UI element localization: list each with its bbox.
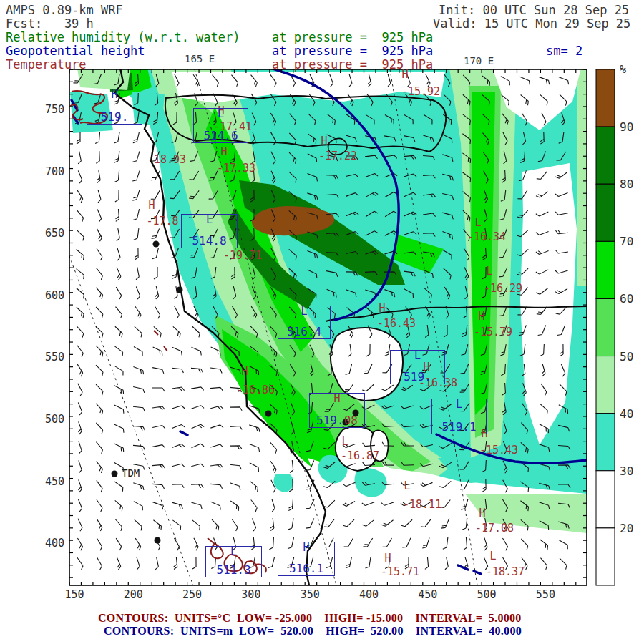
temp-extremum-letter: H (379, 303, 385, 314)
height-extremum-box: L519.1 (431, 399, 487, 434)
x-axis-tick-label: 450 (418, 588, 437, 601)
forecast-hour: Fcst: 39 h (6, 16, 94, 31)
colorbar-unit: % (620, 63, 626, 76)
colorbar-tick-label: 90 (620, 120, 633, 134)
temp-extremum-letter: H (321, 136, 327, 147)
colorbar-cell (596, 298, 615, 356)
y-axis-tick-label: 600 (45, 289, 64, 302)
height-extremum-box: L514.6 (193, 108, 248, 143)
temp-extremum-value: -17.33 (217, 163, 255, 174)
temp-extremum-value: -15.92 (401, 87, 440, 97)
height-extremum-value: 519.1 (432, 421, 486, 433)
height-extremum-letter: L (301, 306, 307, 317)
temp-extremum-letter: H (220, 147, 227, 157)
colorbar-cell (596, 69, 615, 127)
x-axis-tick-label: 200 (124, 588, 143, 601)
field-1-level: at pressure = 925 hPa (272, 30, 433, 44)
temp-extremum-letter: H (241, 366, 248, 377)
temp-extremum-letter: H (401, 69, 408, 80)
overlapping-temp-digits: 08 (344, 414, 358, 427)
x-axis-tick-label: 550 (536, 588, 555, 601)
model-title: AMPS 0.89-km WRF (6, 3, 123, 17)
height-extremum-letter: H (333, 394, 340, 404)
temp-extremum-value: -15.79 (474, 327, 512, 338)
colorbar-cell (596, 184, 615, 241)
colorbar-tick-label: 20 (620, 521, 633, 535)
y-axis-tick-label: 700 (45, 165, 64, 178)
x-axis-tick-label: 500 (477, 588, 497, 601)
y-axis-tick-label: 500 (45, 413, 64, 426)
temp-extremum-letter: L (486, 266, 492, 277)
colorbar-tick-label: 60 (620, 292, 633, 306)
smoothing-label: sm= 2 (546, 44, 582, 58)
station-dot (155, 537, 161, 544)
height-extremum-box: L511.3 (205, 546, 262, 577)
colorbar-tick-label: 40 (620, 406, 633, 420)
colorbar-cell (596, 528, 615, 585)
x-axis-tick-label: 300 (241, 588, 260, 601)
height-extremum-letter: L (414, 351, 421, 361)
station-dot (112, 471, 118, 477)
temp-extremum-letter: L (404, 481, 410, 492)
temp-extremum-value: -17.08 (475, 523, 514, 534)
height-extremum-box: H516.1 (278, 542, 335, 576)
height-extremum-letter: L (230, 547, 237, 557)
temp-extremum-letter: H (148, 200, 155, 211)
meridian-label: 170 E (464, 55, 494, 67)
temp-extremum-value: -17.22 (318, 151, 357, 162)
temp-contour-info: CONTOURS: UNITS=°C LOW= -25.000 HIGH= -1… (98, 612, 522, 625)
x-axis-tick-label: 350 (301, 588, 320, 601)
field-3-name: Temperature (6, 57, 87, 72)
y-axis-tick-label: 550 (45, 351, 64, 364)
height-extremum-value: 514.8 (182, 235, 237, 247)
station-label: TDM (122, 467, 140, 479)
y-axis-tick-label: 450 (45, 475, 64, 488)
colorbar-tick-label: 70 (620, 235, 633, 248)
colorbar-tick-label: 80 (620, 177, 633, 191)
x-axis-tick-label: 250 (182, 588, 202, 601)
temp-extremum-value: -16.29 (484, 283, 522, 294)
colorbar-tick-label: 50 (620, 349, 633, 363)
x-axis-tick-label: 400 (359, 588, 379, 601)
meridian-label: 165 E (185, 53, 215, 64)
colorbar-tick-label: 30 (620, 464, 633, 477)
height-extremum-value: 519. (391, 371, 444, 383)
temp-extremum-value: -15.71 (381, 567, 419, 577)
height-extremum-letter: L (456, 399, 462, 410)
temp-extremum-value: -16.43 (377, 318, 416, 329)
temp-extremum-value: -18.37 (486, 567, 525, 577)
temp-extremum-value: -15.43 (479, 445, 518, 456)
y-axis-tick-label: 750 (45, 103, 64, 116)
colorbar-cell (596, 241, 615, 298)
colorbar-cell (596, 471, 615, 528)
station-dot (153, 241, 160, 248)
temp-extremum-value: -18.11 (403, 499, 441, 510)
temp-extremum-value: -16.34 (467, 232, 506, 243)
height-extremum-box: H519. (87, 89, 142, 125)
height-extremum-value: 516.4 (278, 326, 330, 338)
temp-extremum-letter: H (479, 508, 485, 519)
init-time: Init: 00 UTC Sun 28 Sep 25 (439, 3, 629, 17)
field-3-level: at pressure = 925 hPa (272, 57, 433, 72)
height-extremum-value: 511.3 (206, 565, 261, 576)
temp-extremum-letter: L (489, 551, 496, 562)
temp-extremum-letter: L (474, 218, 481, 228)
y-axis-tick-label: 650 (45, 227, 64, 240)
temp-extremum-value: -17.8 (146, 216, 178, 227)
height-extremum-letter: L (206, 215, 213, 225)
y-axis-tick-label: 400 (45, 537, 64, 550)
field-2-level: at pressure = 925 hPa (272, 44, 433, 58)
temp-extremum-letter: L (341, 436, 348, 447)
height-extremum-value: 514.6 (194, 130, 248, 142)
height-extremum-value: 519. (87, 112, 142, 123)
field-2-name: Geopotential height (6, 44, 145, 58)
height-extremum-letter: H (111, 89, 117, 100)
colorbar-cell (596, 414, 615, 471)
height-extremum-value: 516.1 (278, 563, 334, 575)
valid-time: Valid: 15 UTC Mon 29 Sep 25 (433, 16, 630, 31)
height-extremum-box: H519.08 (309, 393, 365, 428)
weather-chart-page: AMPS 0.89-km WRF Fcst: 39 h Init: 00 UTC… (0, 0, 644, 644)
height-extremum-letter: H (303, 542, 309, 553)
height-extremum-value: 519.08 (310, 415, 364, 426)
colorbar (596, 69, 615, 585)
